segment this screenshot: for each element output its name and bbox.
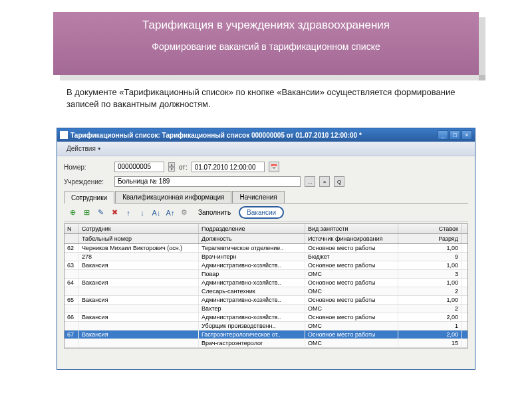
open-button[interactable]: Q <box>334 176 344 187</box>
clear-button[interactable]: × <box>319 176 330 187</box>
table-row[interactable]: 66ВакансияАдминистративно-хозяйств..Осно… <box>65 313 467 322</box>
edit-icon[interactable]: ✎ <box>94 207 106 219</box>
insert-icon[interactable]: ⊞ <box>80 207 92 219</box>
date-label: от: <box>179 164 188 171</box>
app-window: Тарификационный список: Тарификационный … <box>57 128 475 370</box>
banner-subtitle: Формирование вакансий в тарификационном … <box>66 41 466 52</box>
sort-desc-icon[interactable]: A↑ <box>164 207 176 219</box>
vacancies-button[interactable]: Вакансии <box>239 206 284 219</box>
app-icon <box>60 131 68 139</box>
col-grade[interactable]: Разряд <box>398 234 462 243</box>
config-icon[interactable]: ⚙ <box>178 207 190 219</box>
slide-description: В документе «Тарификационный список» по … <box>66 86 466 110</box>
employee-grid: N Сотрудник Подразделение Вид занятости … <box>64 223 468 348</box>
sort-asc-icon[interactable]: A↓ <box>150 207 162 219</box>
col-n[interactable]: N <box>65 224 79 233</box>
col-tabnum[interactable]: Табельный номер <box>79 234 199 243</box>
spin-down[interactable]: ▾ <box>168 167 175 172</box>
col-department[interactable]: Подразделение <box>199 224 305 233</box>
minimize-button[interactable]: _ <box>438 130 448 140</box>
col-employment[interactable]: Вид занятости <box>305 224 398 233</box>
col-employee[interactable]: Сотрудник <box>79 224 199 233</box>
delete-icon[interactable]: ✖ <box>108 207 120 219</box>
decoration <box>479 17 485 80</box>
table-row-sub[interactable]: Врач-гастроэнтерологОМС15 <box>65 339 467 348</box>
spin-up[interactable]: ▴ <box>168 162 175 167</box>
col-rate[interactable]: Ставок <box>398 224 462 233</box>
table-row[interactable]: 64ВакансияАдминистративно-хозяйств..Осно… <box>65 279 467 287</box>
col-sub <box>65 234 79 243</box>
grid-toolbar: ⊕ ⊞ ✎ ✖ ↑ ↓ A↓ A↑ ⚙ Заполнить Вакансии <box>64 203 468 222</box>
table-row[interactable]: 62Черников Михаил Викторович (осн.)Терап… <box>65 244 467 253</box>
move-up-icon[interactable]: ↑ <box>122 207 134 219</box>
table-row-sub[interactable]: Уборщик производственн..ОМС1 <box>65 322 467 331</box>
table-row-sub[interactable]: ПоварОМС3 <box>65 270 467 279</box>
tabs: Сотрудники Квалификационная информация Н… <box>64 191 468 203</box>
fill-button[interactable]: Заполнить <box>192 207 237 218</box>
institution-field[interactable]: Больница № 189 <box>114 176 301 187</box>
select-button[interactable]: … <box>305 176 315 187</box>
chevron-down-icon: ▼ <box>97 146 102 151</box>
table-row-sub[interactable]: Слесарь-сантехникОМС2 <box>65 287 467 296</box>
actions-menu[interactable]: Действия ▼ <box>61 144 107 154</box>
col-source[interactable]: Источник финансирования <box>305 234 398 243</box>
table-row[interactable]: 65ВакансияАдминистративно-хозяйств..Осно… <box>65 296 467 305</box>
number-field[interactable]: 000000005 <box>114 162 164 172</box>
table-row-sub[interactable]: 278Врач-интернБюджет9 <box>65 253 467 261</box>
tab-employees[interactable]: Сотрудники <box>64 192 114 203</box>
close-button[interactable]: × <box>462 130 472 140</box>
table-row[interactable]: 63ВакансияАдминистративно-хозяйств..Осно… <box>65 261 467 270</box>
date-field[interactable]: 01.07.2010 12:00:00 <box>192 162 265 172</box>
tab-accruals[interactable]: Начисления <box>232 191 284 203</box>
grid-body: 62Черников Михаил Викторович (осн.)Терап… <box>65 244 467 348</box>
actions-label: Действия <box>66 145 96 152</box>
banner-title: Тарификация в учреждениях здравоохранени… <box>66 19 466 32</box>
slide-banner: Тарификация в учреждениях здравоохранени… <box>53 12 479 75</box>
window-title: Тарификационный список: Тарификационный … <box>70 132 438 139</box>
calendar-button[interactable]: 📅 <box>269 162 279 172</box>
institution-label: Учреждение: <box>64 178 110 186</box>
form-area: Номер: 000000005 ▴ ▾ от: 01.07.2010 12:0… <box>57 156 475 354</box>
menubar: Действия ▼ <box>57 142 475 156</box>
window-titlebar[interactable]: Тарификационный список: Тарификационный … <box>57 128 475 142</box>
move-down-icon[interactable]: ↓ <box>136 207 148 219</box>
number-label: Номер: <box>64 164 110 171</box>
add-icon[interactable]: ⊕ <box>66 207 78 219</box>
maximize-button[interactable]: □ <box>450 130 460 140</box>
col-position[interactable]: Должность <box>199 234 305 243</box>
table-row[interactable]: 67ВакансияГастроэнтерологическое от..Осн… <box>65 331 467 339</box>
table-row-sub[interactable]: ВахтерОМС2 <box>65 305 467 313</box>
tab-qualification[interactable]: Квалификационная информация <box>115 191 231 203</box>
decoration <box>60 75 485 80</box>
